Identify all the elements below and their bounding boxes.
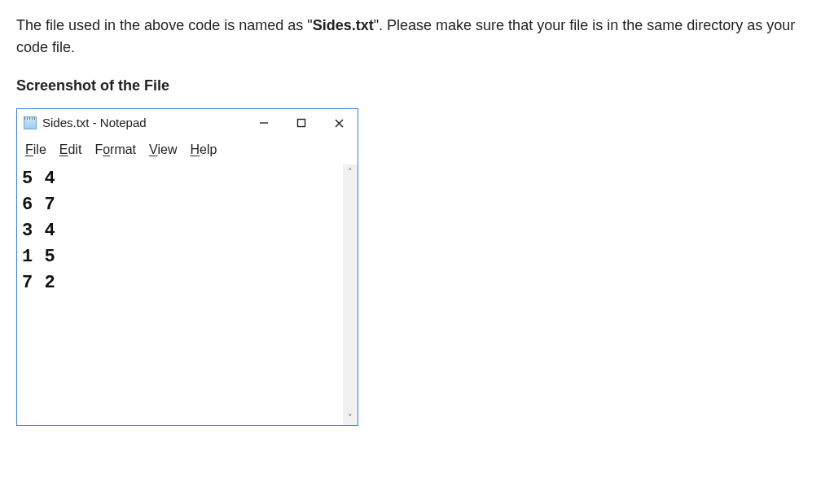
client-area: 5 4 6 7 3 4 1 5 7 2 ˄ ˅ [17, 164, 358, 425]
svg-rect-1 [298, 120, 305, 127]
close-button[interactable] [320, 109, 358, 137]
window-title: Sides.txt - Notepad [42, 114, 147, 133]
window-controls [245, 109, 358, 137]
menu-view[interactable]: View [149, 140, 177, 160]
scroll-up-icon[interactable]: ˄ [343, 164, 358, 179]
notepad-window: Sides.txt - Notepad File Edit Format Vie… [16, 108, 358, 426]
section-heading: Screenshot of the File [16, 75, 818, 97]
menu-file[interactable]: File [25, 140, 46, 160]
intro-filename: Sides.txt [313, 17, 374, 33]
notepad-icon [24, 116, 37, 129]
maximize-button[interactable] [283, 109, 320, 137]
intro-paragraph: The file used in the above code is named… [16, 15, 814, 59]
intro-before: The file used in the above code is named… [16, 17, 313, 33]
menubar: File Edit Format View Help [17, 137, 358, 164]
menu-format[interactable]: Format [94, 140, 136, 160]
text-content[interactable]: 5 4 6 7 3 4 1 5 7 2 [17, 164, 343, 425]
menu-edit[interactable]: Edit [59, 140, 82, 160]
minimize-button[interactable] [245, 109, 283, 137]
titlebar: Sides.txt - Notepad [17, 109, 358, 137]
menu-help[interactable]: Help [190, 140, 217, 160]
scroll-down-icon[interactable]: ˅ [343, 410, 358, 425]
scrollbar[interactable]: ˄ ˅ [343, 164, 358, 425]
